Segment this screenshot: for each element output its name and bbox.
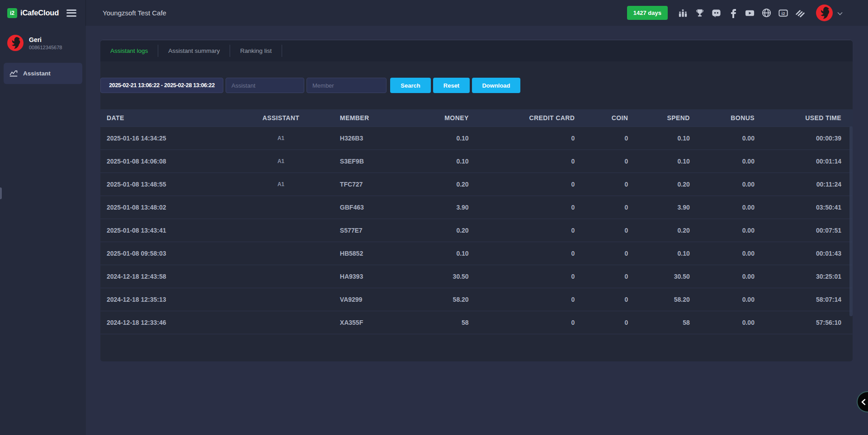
table-cell: HA9393 xyxy=(334,265,409,288)
table-cell: 2025-01-08 09:58:03 xyxy=(100,242,228,265)
table-cell xyxy=(228,196,334,219)
brand-area: i2 iCafeCloud xyxy=(0,0,86,26)
youtube-icon[interactable] xyxy=(745,8,755,18)
table-cell: 0 xyxy=(581,265,634,288)
table-cell: 0.00 xyxy=(696,311,761,334)
table-cell: 2024-12-18 12:35:13 xyxy=(100,288,228,311)
assistant-logs-card: Assistant logs Assistant summary Ranking… xyxy=(100,40,853,361)
table-cell: 0.10 xyxy=(634,242,696,265)
table-cell: 30:25:01 xyxy=(761,265,853,288)
brand-name: iCafeCloud xyxy=(20,9,59,17)
table-cell: 58 xyxy=(634,311,696,334)
user-avatar[interactable] xyxy=(816,5,833,21)
page-title: Youngzsoft Test Cafe xyxy=(103,9,166,17)
table-cell: H326B3 xyxy=(334,126,409,150)
table-cell: 0 xyxy=(475,196,581,219)
globe-icon[interactable] xyxy=(761,8,772,18)
topbar: i2 iCafeCloud Youngzsoft Test Cafe 1427 … xyxy=(0,0,868,26)
table-cell: 0.00 xyxy=(696,288,761,311)
days-remaining-badge[interactable]: 1427 days xyxy=(627,6,668,20)
table-cell: 0 xyxy=(581,150,634,173)
table-cell: 0.20 xyxy=(409,219,475,242)
chevron-down-icon[interactable] xyxy=(837,9,843,17)
table-cell: 58:07:14 xyxy=(761,288,853,311)
table-cell: 2024-12-18 12:33:46 xyxy=(100,311,228,334)
table-row: 2025-01-16 14:34:25A1H326B30.10000.100.0… xyxy=(100,126,853,150)
table-cell: 0.00 xyxy=(696,219,761,242)
discord-icon[interactable] xyxy=(711,8,722,18)
table-cell: 03:50:41 xyxy=(761,196,853,219)
reset-button[interactable]: Reset xyxy=(433,78,470,93)
table-cell: 58.20 xyxy=(409,288,475,311)
column-header: MEMBER xyxy=(334,109,409,126)
table-cell: A1 xyxy=(228,173,334,196)
table-cell: 57:56:10 xyxy=(761,311,853,334)
table-cell: 00:11:24 xyxy=(761,173,853,196)
table-cell: 3.90 xyxy=(634,196,696,219)
column-header: DATE xyxy=(100,109,228,126)
table-cell: 58.20 xyxy=(634,288,696,311)
app-logo[interactable]: i2 iCafeCloud xyxy=(7,8,59,18)
table-cell: A1 xyxy=(228,126,334,150)
table-cell: 0.00 xyxy=(696,126,761,150)
table-cell: 0 xyxy=(581,196,634,219)
table-cell xyxy=(228,265,334,288)
table-cell: 0.00 xyxy=(696,196,761,219)
line-chart-icon xyxy=(9,70,18,77)
table-scrollbar[interactable] xyxy=(849,126,853,316)
table-cell: 0.10 xyxy=(634,126,696,150)
table-cell: 0 xyxy=(581,219,634,242)
table-cell: 00:07:51 xyxy=(761,219,853,242)
topbar-right: 1427 days xyxy=(627,5,868,21)
table-cell: 00:00:39 xyxy=(761,126,853,150)
tab-assistant-logs[interactable]: Assistant logs xyxy=(100,40,158,61)
main-content: Assistant logs Assistant summary Ranking… xyxy=(86,26,868,435)
table-cell: 2025-01-08 13:48:02 xyxy=(100,196,228,219)
sidebar-item-assistant[interactable]: Assistant xyxy=(4,63,82,84)
table-cell: 0.00 xyxy=(696,265,761,288)
table-cell: 0 xyxy=(475,126,581,150)
ranking-stars-icon[interactable] xyxy=(678,8,688,18)
table-cell: 0 xyxy=(475,265,581,288)
table-cell: 0.20 xyxy=(634,219,696,242)
column-header: COIN xyxy=(581,109,634,126)
tab-assistant-summary[interactable]: Assistant summary xyxy=(158,40,230,61)
layers-icon[interactable] xyxy=(795,8,805,18)
filter-bar: Search Reset Download xyxy=(100,78,853,93)
table-cell: 0 xyxy=(475,219,581,242)
tab-ranking-list[interactable]: Ranking list xyxy=(230,40,282,61)
table-row: 2024-12-18 12:35:13VA929958.200058.200.0… xyxy=(100,288,853,311)
table-cell: 0.20 xyxy=(634,173,696,196)
table-cell: 30.50 xyxy=(634,265,696,288)
member-filter-input[interactable] xyxy=(307,78,387,93)
date-range-input[interactable] xyxy=(100,78,223,93)
table-cell: 0 xyxy=(475,150,581,173)
dragon-avatar-image xyxy=(7,35,24,51)
trophy-icon[interactable] xyxy=(694,8,705,18)
table-cell: 0 xyxy=(581,126,634,150)
table-row: 2025-01-08 09:58:03HB58520.10000.100.000… xyxy=(100,242,853,265)
table-cell: 00:01:14 xyxy=(761,150,853,173)
table-cell: 0 xyxy=(581,311,634,334)
table-cell: 00:01:43 xyxy=(761,242,853,265)
sidebar-item-label: Assistant xyxy=(23,70,51,77)
table-cell: 0 xyxy=(475,311,581,334)
icafecloud-logo-icon: i2 xyxy=(7,8,17,18)
menu-toggle-icon[interactable] xyxy=(66,9,76,17)
search-button[interactable]: Search xyxy=(390,78,431,93)
svg-text:i2: i2 xyxy=(782,11,785,16)
icafecloud-icon[interactable]: i2 xyxy=(778,8,788,18)
column-header: SPEND xyxy=(634,109,696,126)
table-cell: 2025-01-08 13:48:55 xyxy=(100,173,228,196)
table-cell: 0.00 xyxy=(696,150,761,173)
table-cell: 0 xyxy=(581,173,634,196)
table-cell xyxy=(228,242,334,265)
assistant-filter-input[interactable] xyxy=(226,78,304,93)
sidebar-user-avatar[interactable] xyxy=(7,35,24,51)
table-cell: 0.10 xyxy=(409,126,475,150)
sidebar-user: Geri 008612345678 xyxy=(0,35,86,51)
facebook-icon[interactable] xyxy=(728,8,738,18)
table-cell: 0 xyxy=(475,242,581,265)
user-name: Geri xyxy=(29,36,62,43)
download-button[interactable]: Download xyxy=(472,78,520,93)
